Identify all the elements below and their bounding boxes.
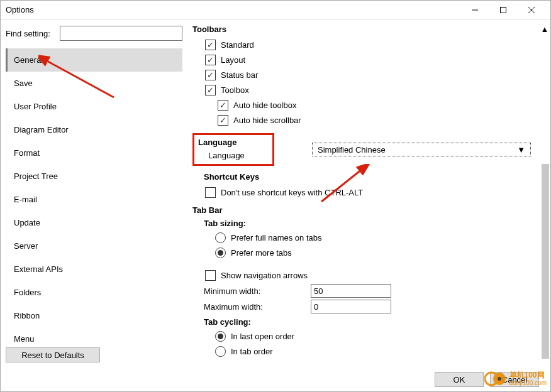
tabbar-section: Tab Bar Tab sizing: Prefer full names on… bbox=[192, 205, 538, 358]
cancel-button[interactable]: Cancel bbox=[490, 372, 539, 387]
nav-folders[interactable]: Folders bbox=[6, 281, 182, 304]
close-button[interactable] bbox=[517, 1, 545, 19]
nav-menu[interactable]: Menu bbox=[6, 327, 182, 347]
content-panel: ▲ Toolbars Standard Layout Status bar To… bbox=[187, 19, 550, 368]
radio-more-tabs[interactable] bbox=[215, 248, 226, 258]
chk-standard[interactable] bbox=[205, 40, 216, 50]
content-scrollbar[interactable] bbox=[542, 164, 549, 359]
maximize-button[interactable] bbox=[489, 1, 517, 19]
radio-full-names[interactable] bbox=[215, 232, 226, 243]
language-section: Language Language Simplified Chinese ▼ bbox=[192, 133, 538, 166]
chk-autohide-toolbox[interactable] bbox=[218, 100, 228, 111]
ok-button[interactable]: OK bbox=[435, 372, 484, 387]
nav-external-apis[interactable]: External APIs bbox=[6, 258, 182, 281]
nav-user-profile[interactable]: User Profile bbox=[6, 95, 182, 118]
nav-diagram-editor[interactable]: Diagram Editor bbox=[6, 118, 182, 141]
language-label: Language bbox=[208, 151, 269, 160]
sidebar: Find setting: General Save User Profile … bbox=[1, 19, 187, 368]
shortcut-title: Shortcut Keys bbox=[204, 172, 538, 182]
chk-statusbar[interactable] bbox=[205, 70, 216, 80]
min-width-input[interactable] bbox=[311, 284, 391, 298]
tabbar-title: Tab Bar bbox=[192, 205, 538, 215]
tab-sizing-title: Tab sizing: bbox=[204, 219, 538, 228]
language-title: Language bbox=[198, 138, 269, 147]
chk-autohide-scrollbar[interactable] bbox=[218, 115, 228, 126]
max-width-input[interactable] bbox=[311, 300, 391, 313]
chk-toolbox[interactable] bbox=[205, 85, 216, 95]
chk-no-ctrl-alt[interactable] bbox=[205, 187, 216, 198]
nav-email[interactable]: E-mail bbox=[6, 188, 182, 211]
max-width-label: Maximum width: bbox=[204, 302, 311, 312]
scroll-up-icon[interactable]: ▲ bbox=[540, 24, 549, 33]
toolbars-title: Toolbars bbox=[192, 24, 538, 34]
window-title: Options bbox=[6, 5, 460, 14]
radio-tab-order[interactable] bbox=[215, 346, 226, 357]
nav-server[interactable]: Server bbox=[6, 234, 182, 258]
titlebar: Options bbox=[1, 1, 550, 19]
reset-defaults-button[interactable]: Reset to Defaults bbox=[6, 347, 100, 362]
minimize-button[interactable] bbox=[460, 1, 489, 19]
nav-ribbon[interactable]: Ribbon bbox=[6, 304, 182, 327]
nav-update[interactable]: Update bbox=[6, 211, 182, 234]
find-label: Find setting: bbox=[6, 29, 56, 38]
find-input[interactable] bbox=[60, 26, 182, 41]
tab-cycling-title: Tab cycling: bbox=[204, 317, 538, 327]
chevron-down-icon: ▼ bbox=[517, 145, 525, 155]
min-width-label: Minimum width: bbox=[204, 286, 311, 296]
chk-show-nav-arrows[interactable] bbox=[205, 270, 216, 281]
radio-last-open-order[interactable] bbox=[215, 331, 226, 342]
toolbars-section: Toolbars Standard Layout Status bar Tool… bbox=[192, 24, 538, 127]
dialog-footer: OK Cancel bbox=[1, 368, 550, 391]
nav-project-tree[interactable]: Project Tree bbox=[6, 165, 182, 188]
language-combo[interactable]: Simplified Chinese ▼ bbox=[312, 143, 531, 156]
nav-format[interactable]: Format bbox=[6, 141, 182, 165]
language-highlight-box: Language Language bbox=[192, 133, 274, 166]
svg-rect-1 bbox=[500, 7, 506, 13]
nav-save[interactable]: Save bbox=[6, 72, 182, 95]
nav-general[interactable]: General bbox=[6, 48, 182, 72]
nav-list: General Save User Profile Diagram Editor… bbox=[6, 48, 182, 347]
chk-layout[interactable] bbox=[205, 55, 216, 65]
shortcut-section: Shortcut Keys Don't use shortcut keys wi… bbox=[192, 172, 538, 199]
